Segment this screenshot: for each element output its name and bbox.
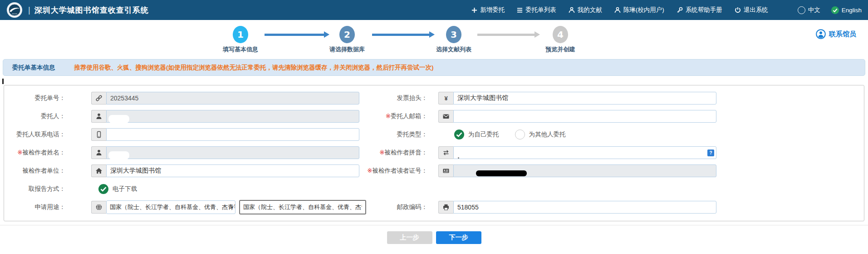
pinyin-help-button[interactable]: ? bbox=[707, 149, 714, 156]
step-wizard: 1 填写基本信息 2 请选择数据库 3 选择文献列表 4 预览并创建 联系馆员 bbox=[0, 20, 868, 59]
client-name-input bbox=[106, 110, 359, 123]
order-number-input bbox=[106, 92, 359, 105]
check-circle-icon[interactable] bbox=[98, 184, 108, 194]
chevron-down-icon: ▾ bbox=[231, 205, 233, 210]
client-name-group bbox=[91, 110, 359, 123]
check-circle-icon bbox=[831, 6, 839, 14]
home-icon bbox=[91, 164, 106, 177]
svg-text:¥: ¥ bbox=[444, 95, 448, 102]
nav-help-manual[interactable]: 系统帮助手册 bbox=[677, 6, 722, 14]
step-arrow-2-icon bbox=[372, 34, 429, 36]
entrust-type-label: 委托类型： bbox=[359, 130, 427, 139]
client-phone-input[interactable] bbox=[106, 128, 359, 141]
librarian-person-icon bbox=[816, 29, 826, 39]
printer-icon bbox=[438, 201, 453, 214]
client-name-label: 委托人： bbox=[4, 112, 65, 120]
plus-icon bbox=[471, 7, 477, 13]
form-row: 委托人： ※委托人邮箱： bbox=[4, 107, 864, 125]
footer-divider bbox=[0, 225, 868, 225]
brand-separator: | bbox=[28, 5, 30, 15]
author-pinyin-label: ※被检作者拼音： bbox=[359, 149, 427, 157]
lang-zh[interactable]: 中文 bbox=[798, 6, 820, 14]
nav-label: 新增委托 bbox=[480, 6, 505, 14]
purpose-select-value: 国家（院士、长江学者、自科基金、优青、杰青等） bbox=[110, 203, 235, 211]
form-row: 取报告方式： 电子下载 bbox=[4, 180, 864, 198]
contact-librarian-link[interactable]: 联系馆员 bbox=[816, 29, 856, 39]
step-1: 1 填写基本信息 bbox=[209, 26, 272, 54]
nav-new-order[interactable]: 新增委托 bbox=[471, 6, 505, 14]
report-method-group: 电子下载 bbox=[91, 184, 359, 194]
radio-checked-icon[interactable] bbox=[454, 129, 464, 139]
banner-browser-notice: 推荐使用谷歌、火狐、搜狗浏览器(如使用指定浏览器依然无法正常委托，请先清除浏览器… bbox=[74, 64, 434, 72]
required-mark: ※ bbox=[367, 167, 372, 174]
power-icon bbox=[735, 7, 741, 13]
form-row: 委托人联系电话： 委托类型： 为自己委托 为其他人委托 bbox=[4, 125, 864, 144]
step-3-number: 3 bbox=[446, 26, 461, 43]
step-3-label: 选择文献列表 bbox=[422, 45, 485, 54]
envelope-icon bbox=[438, 110, 453, 123]
author-name-group bbox=[91, 146, 359, 159]
lang-en-label: English bbox=[842, 7, 862, 14]
author-name-input bbox=[106, 146, 359, 159]
client-email-label: ※委托人邮箱： bbox=[359, 112, 427, 120]
form-row: 被检作者单位： ※被检作者读者证号： bbox=[4, 162, 864, 180]
order-basic-info-form: 委托单号： 发票抬头： ¥ 委托人： ※委托人邮箱： bbox=[4, 85, 864, 221]
step-2: 2 请选择数据库 bbox=[315, 26, 379, 54]
next-step-button[interactable]: 下一步 bbox=[436, 231, 481, 244]
postcode-label: 邮政编码： bbox=[366, 203, 427, 211]
form-section-banner: 委托单基本信息 推荐使用谷歌、火狐、搜狗浏览器(如使用指定浏览器依然无法正常委托… bbox=[3, 59, 865, 76]
nav-user-account[interactable]: 陈琳(校内用户) bbox=[614, 6, 664, 14]
step-4: 4 预览并创建 bbox=[529, 26, 592, 54]
top-navigation: 新增委托 委托单列表 我的文献 陈琳(校内用户) 系统帮助手册 退出系统 中文 bbox=[471, 6, 862, 14]
entrust-self-option[interactable]: 为自己委托 bbox=[468, 130, 499, 139]
author-org-input[interactable] bbox=[106, 164, 359, 177]
step-2-number: 2 bbox=[339, 26, 355, 43]
lang-zh-label: 中文 bbox=[808, 6, 820, 14]
stray-cursor-artifact bbox=[2, 79, 4, 84]
entrust-type-group: 为自己委托 为其他人委托 bbox=[438, 129, 716, 139]
user-icon bbox=[569, 7, 575, 13]
step-1-number: 1 bbox=[233, 26, 248, 43]
nav-logout[interactable]: 退出系统 bbox=[735, 6, 768, 14]
link-icon bbox=[91, 92, 106, 105]
purpose-other-input[interactable] bbox=[239, 200, 366, 214]
nav-label: 委托单列表 bbox=[525, 6, 556, 14]
form-row: 申请用途： 国家（院士、长江学者、自科基金、优青、杰青等） ▾ 邮政编码： bbox=[4, 198, 864, 216]
radio-unchecked-icon[interactable] bbox=[515, 129, 525, 139]
postcode-input[interactable] bbox=[453, 201, 716, 214]
key-icon bbox=[677, 7, 683, 13]
invoice-title-label: 发票抬头： bbox=[359, 94, 427, 102]
user-icon bbox=[91, 110, 106, 123]
redaction-blob bbox=[108, 115, 129, 123]
banner-title: 委托单基本信息 bbox=[12, 64, 55, 72]
user-icon bbox=[614, 7, 621, 13]
library-logo-icon: ++++ bbox=[6, 2, 23, 18]
step-1-label: 填写基本信息 bbox=[209, 45, 272, 54]
purpose-group: 国家（院士、长江学者、自科基金、优青、杰青等） ▾ bbox=[91, 200, 366, 214]
reader-card-group bbox=[438, 164, 716, 177]
nav-label: 退出系统 bbox=[744, 6, 768, 14]
list-icon bbox=[517, 7, 523, 13]
author-pinyin-group: ? bbox=[438, 146, 716, 159]
svg-text:++++: ++++ bbox=[12, 12, 17, 15]
reader-card-label: ※被检作者读者证号： bbox=[359, 167, 427, 175]
client-email-input[interactable] bbox=[453, 110, 716, 123]
purpose-label: 申请用途： bbox=[4, 203, 65, 211]
nav-order-list[interactable]: 委托单列表 bbox=[517, 6, 556, 14]
step-arrow-3-icon bbox=[477, 34, 535, 36]
id-card-icon bbox=[438, 164, 453, 177]
entrust-other-option[interactable]: 为其他人委托 bbox=[529, 130, 566, 139]
purpose-select[interactable]: 国家（院士、长江学者、自科基金、优青、杰青等） ▾ bbox=[106, 200, 235, 214]
nav-label: 我的文献 bbox=[578, 6, 602, 14]
invoice-title-group: ¥ bbox=[438, 92, 716, 105]
invoice-title-input[interactable] bbox=[453, 92, 716, 105]
lang-en[interactable]: English bbox=[831, 6, 862, 14]
mobile-icon bbox=[91, 128, 106, 141]
order-number-label: 委托单号： bbox=[4, 94, 65, 102]
step-3: 3 选择文献列表 bbox=[422, 26, 485, 54]
report-method-option[interactable]: 电子下载 bbox=[113, 185, 137, 193]
nav-my-documents[interactable]: 我的文献 bbox=[569, 6, 602, 14]
prev-step-button[interactable]: 上一步 bbox=[387, 231, 432, 244]
nav-label: 系统帮助手册 bbox=[686, 6, 722, 14]
author-pinyin-input[interactable] bbox=[453, 146, 716, 159]
